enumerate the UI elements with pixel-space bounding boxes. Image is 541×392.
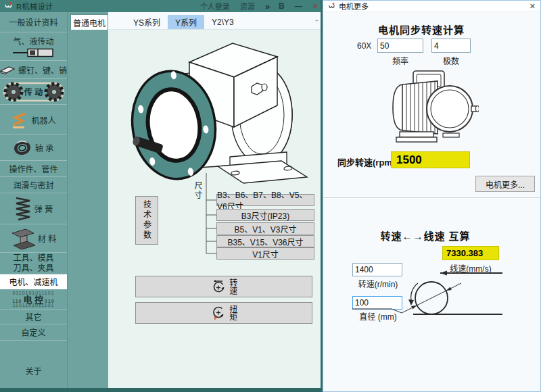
sidebar-spacer — [0, 341, 67, 361]
window-title: R机械设计 — [16, 1, 53, 11]
dimension-label: 尺寸 — [192, 181, 204, 200]
sidebar-item-custom[interactable]: 自定义 — [0, 324, 67, 341]
size-button-b3-ip23[interactable]: B3尺寸(IP23) — [216, 209, 314, 221]
sidebar-item-electric-control[interactable]: 0110101011101 110电 控010 1101101011101 — [0, 289, 67, 310]
factor-label: 60X — [357, 41, 371, 51]
size-button-b3-b6[interactable]: B3、B6、B7、B8、V5、V6尺寸 — [216, 194, 314, 206]
sidebar-item-screws-keys-pins[interactable]: 螺钉、键、销 — [0, 61, 67, 79]
bearing-icon — [14, 140, 32, 156]
motor-illustration — [116, 34, 319, 203]
rotation-speed-icon — [211, 279, 226, 294]
pulley-diagram — [352, 268, 533, 325]
close-button[interactable]: ✕ — [312, 2, 319, 11]
tab-scroll-icon[interactable]: ÷ — [315, 18, 319, 24]
tab-y-series[interactable]: Y系列 — [168, 15, 204, 29]
title-bar: R机械设计 个人登录 资源 » B — ✕ — [0, 0, 323, 12]
size-button-b5-v1-v3[interactable]: B5、V1、V3尺寸 — [216, 222, 314, 235]
motor-more-dialog: 电机更多 ✕ 电机同步转速计算 60X 频率 极数 — [323, 0, 541, 392]
resources-link[interactable]: 资源 — [240, 1, 255, 11]
sidebar-item-springs[interactable]: 弹 簧 — [0, 193, 67, 224]
tab-common-motor[interactable]: 普通电机 — [70, 14, 108, 30]
app-logo-icon — [4, 2, 13, 11]
window-bottom-border — [0, 388, 323, 392]
cylinder-icon — [13, 48, 55, 57]
poles-label: 极数 — [431, 55, 471, 66]
sidebar-item-motors-reducers[interactable]: 电机、减速机 — [0, 274, 67, 289]
login-link[interactable]: 个人登录 — [200, 1, 230, 11]
small-motor-illustration — [387, 68, 479, 149]
size-button-b35-v15-v36[interactable]: B35、V15、V36尺寸 — [216, 235, 314, 247]
sidebar: 一般设计资料 气、液传动 螺钉、键、销 — [0, 12, 68, 388]
tab-ys-series[interactable]: YS系列 — [126, 15, 168, 29]
sidebar-item-transmission[interactable]: 传 动 — [0, 79, 67, 105]
section-divider — [323, 197, 540, 199]
motor-more-button[interactable]: 电机更多... — [475, 176, 535, 192]
sidebar-item-controls-pipes[interactable]: 操作件、管件 — [0, 161, 67, 177]
dialog-close-button[interactable]: ✕ — [530, 2, 536, 11]
dialog-logo-icon — [328, 3, 335, 10]
linear-speed-field[interactable] — [442, 246, 499, 260]
torque-button[interactable]: F 扭矩 — [135, 302, 312, 324]
force-letter: F — [214, 316, 218, 320]
dialog-title: 电机更多 — [339, 1, 369, 11]
sync-speed-heading: 电机同步转速计算 — [354, 22, 489, 36]
robot-arm-icon — [11, 111, 28, 129]
dialog-title-bar: 电机更多 ✕ — [323, 1, 540, 12]
frequency-label: 频率 — [377, 55, 423, 66]
chevrons-icon[interactable]: » — [265, 1, 268, 11]
inner-tabstrip: YS系列 Y系列 Y2\Y3 ÷ — [108, 12, 321, 30]
sidebar-item-other[interactable]: 其它 — [0, 310, 67, 324]
tech-params-button[interactable]: 技术参数 — [135, 196, 158, 245]
b-icon[interactable]: B — [279, 1, 285, 11]
sidebar-item-lubrication-seals[interactable]: 润滑与密封 — [0, 177, 67, 193]
sync-speed-result-label: 同步转速(rpm): — [337, 155, 398, 168]
sync-speed-result-field[interactable] — [391, 151, 470, 168]
spring-icon — [14, 197, 32, 221]
outer-tabstrip — [68, 12, 108, 388]
minimize-button[interactable]: — — [295, 2, 302, 10]
torque-icon: F — [211, 305, 226, 320]
frequency-input[interactable] — [377, 39, 423, 53]
sidebar-item-general-data[interactable]: 一般设计资料 — [0, 12, 67, 32]
ibeam-icon — [11, 228, 35, 249]
sidebar-item-tools-molds[interactable]: 工具、模具 刀具、夹具 — [0, 253, 67, 274]
poles-input[interactable] — [431, 39, 471, 53]
speed-button[interactable]: 转速 — [135, 276, 312, 297]
sidebar-item-pneumatic-hydraulic[interactable]: 气、液传动 — [0, 32, 67, 61]
sidebar-item-about[interactable]: 关于 — [0, 361, 67, 380]
sidebar-item-robot[interactable]: 机器人 — [0, 105, 67, 135]
converter-heading: 转速←→线速 互算 — [350, 228, 500, 243]
size-button-v1[interactable]: V1尺寸 — [216, 247, 314, 260]
main-content: YS系列 Y系列 Y2\Y3 ÷ — [108, 12, 321, 388]
key-pin-icon — [0, 65, 16, 74]
sidebar-item-materials[interactable]: 材 料 — [0, 224, 67, 253]
app-window: R机械设计 个人登录 资源 » B — ✕ 一般设计资料 气、液传动 — [0, 0, 541, 392]
sidebar-item-bearing[interactable]: 轴 承 — [0, 135, 67, 161]
tab-y2y3[interactable]: Y2\Y3 — [204, 15, 241, 29]
